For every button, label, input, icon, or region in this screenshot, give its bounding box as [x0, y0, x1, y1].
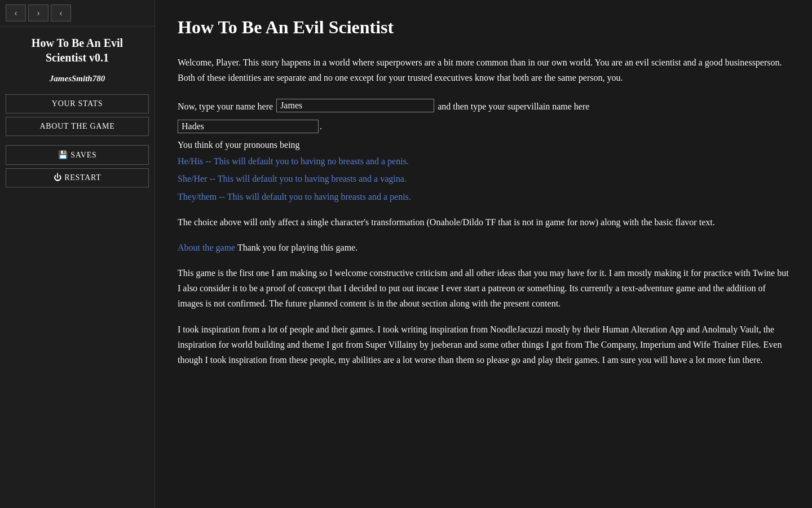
villain-name-period: . — [320, 121, 322, 132]
sidebar-title: How To Be An Evil Scientist v0.1 — [0, 27, 155, 69]
sidebar: ‹ › ‹ How To Be An Evil Scientist v0.1 J… — [0, 0, 155, 508]
villain-name-input[interactable] — [178, 120, 319, 133]
forward-button[interactable]: › — [28, 5, 48, 21]
name-row: Now, type your name here and then type y… — [178, 99, 789, 115]
villain-name-row: . — [178, 120, 789, 133]
main-content: How To Be An Evil Scientist Welcome, Pla… — [155, 0, 812, 508]
pronoun-note: The choice above will only affect a sing… — [178, 214, 789, 230]
pronoun-he-link[interactable]: He/His -- This will default you to havin… — [178, 154, 789, 169]
restart-icon: ⏻ — [54, 173, 62, 182]
sidebar-nav-row: ‹ › ‹ — [0, 0, 155, 27]
about-thanks: Thank you for playing this game. — [235, 243, 358, 252]
villain-name-label: and then type your supervillain name her… — [438, 99, 589, 115]
about-game-link[interactable]: About the game — [178, 243, 235, 252]
back-button[interactable]: ‹ — [6, 5, 26, 21]
intro-text: Welcome, Player. This story happens in a… — [178, 55, 789, 85]
collapse-sidebar-button[interactable]: ‹ — [51, 5, 71, 21]
sidebar-username: JamesSmith780 — [0, 69, 155, 93]
restart-button[interactable]: ⏻RESTART — [6, 168, 149, 187]
save-icon: 💾 — [58, 151, 68, 159]
saves-button[interactable]: 💾SAVES — [6, 145, 149, 165]
your-stats-button[interactable]: YOUR STATS — [6, 94, 149, 113]
game-description-2: I took inspiration from a lot of people … — [178, 322, 789, 368]
pronoun-they-link[interactable]: They/them -- This will default you to ha… — [178, 189, 789, 204]
page-title: How To Be An Evil Scientist — [178, 17, 789, 38]
about-link-line: About the game Thank you for playing thi… — [178, 240, 789, 255]
pronoun-she-link[interactable]: She/Her -- This will default you to havi… — [178, 171, 789, 186]
pronouns-label: You think of your pronouns being — [178, 140, 789, 150]
about-game-button[interactable]: ABOUT THE GAME — [6, 117, 149, 136]
game-description-1: This game is the first one I am making s… — [178, 265, 789, 312]
name-prompt: Now, type your name here — [178, 99, 273, 115]
name-input[interactable] — [276, 99, 434, 112]
